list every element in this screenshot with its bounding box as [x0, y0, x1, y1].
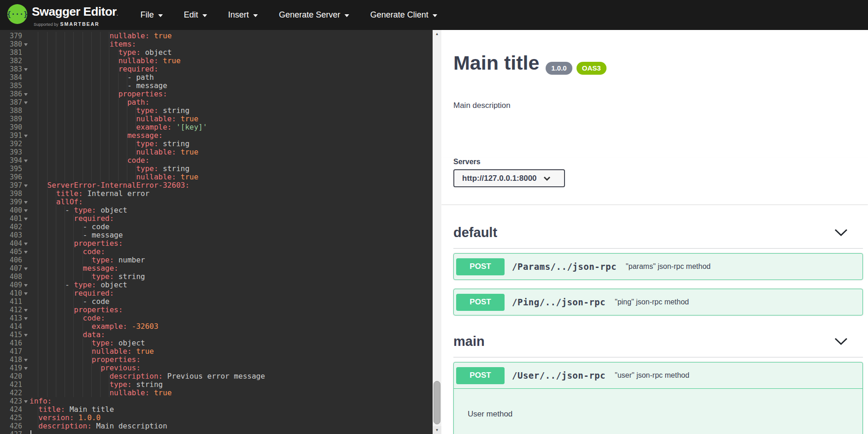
gutter-cell [22, 115, 30, 123]
fold-toggle-icon[interactable] [24, 268, 28, 270]
servers-select[interactable]: http://127.0.0.1:8000 [453, 169, 565, 187]
code-text: path: [30, 98, 433, 107]
logo-braces-glyph: {···} [7, 10, 28, 18]
line-number: 402 [0, 223, 22, 231]
api-title-row: Main title 1.0.0 OAS3 [453, 52, 856, 75]
fold-toggle-icon[interactable] [24, 218, 28, 220]
menu-generate-client[interactable]: Generate Client [360, 0, 448, 30]
fold-toggle-icon[interactable] [24, 93, 28, 96]
tag-section-main: mainPOST/User/../json-rpc"user" json-rpc… [453, 334, 863, 434]
editor-line: 380 items: [0, 40, 433, 48]
editor-line: 385 - message [0, 82, 433, 90]
fold-toggle-icon[interactable] [24, 292, 28, 295]
brand-tagline: Supported bySMARTBEAR [34, 21, 118, 27]
method-badge: POST [456, 367, 505, 384]
fold-toggle-icon[interactable] [24, 359, 28, 362]
fold-toggle-icon[interactable] [24, 251, 28, 254]
opblock-summary[interactable]: POST/Ping/../json-rpc"ping" json-rpc met… [454, 289, 862, 315]
fold-toggle-icon[interactable] [24, 243, 28, 245]
fold-toggle-icon[interactable] [24, 209, 28, 212]
code-text: previous: [30, 364, 433, 372]
line-number: 407 [0, 264, 22, 273]
line-number: 404 [0, 239, 22, 248]
editor-line: 381 type: object [0, 48, 433, 57]
line-number: 384 [0, 73, 22, 82]
line-number: 424 [0, 405, 22, 414]
editor-line: 392 type: string [0, 140, 433, 148]
scrollbar-thumb[interactable] [434, 381, 440, 424]
menu-edit[interactable]: Edit [173, 0, 218, 30]
line-number: 422 [0, 389, 22, 397]
fold-toggle-icon[interactable] [24, 367, 28, 370]
code-text: description: Previous error message [30, 372, 433, 380]
code-text: type: string [30, 140, 433, 148]
opblock-summary[interactable]: POST/Params/../json-rpc"params" json-rpc… [454, 254, 862, 279]
code-text: code: [30, 248, 433, 256]
editor-line: 421 type: string [0, 380, 433, 389]
fold-toggle-icon[interactable] [24, 400, 28, 403]
editor-line: 409 - type: object [0, 281, 433, 289]
menu-file[interactable]: File [130, 0, 173, 30]
editor-line: 399 allOf: [0, 198, 433, 206]
brand-name: Swagger Editor. [32, 5, 118, 21]
tag-header-main[interactable]: main [453, 334, 863, 357]
editor-line: 406 type: number [0, 256, 433, 264]
gutter-cell [22, 48, 30, 57]
gutter-cell [22, 331, 30, 339]
gutter-cell [22, 140, 30, 148]
line-number: 413 [0, 314, 22, 322]
gutter-cell [22, 430, 30, 434]
fold-toggle-icon[interactable] [24, 43, 28, 46]
tag-header-default[interactable]: default [453, 225, 863, 249]
editor-line: 391 message: [0, 131, 433, 140]
code-text: - message [30, 82, 433, 90]
fold-toggle-icon[interactable] [24, 309, 28, 312]
fold-toggle-icon[interactable] [24, 184, 28, 187]
line-number: 416 [0, 339, 22, 347]
opblock--ping-json-rpc[interactable]: POST/Ping/../json-rpc"ping" json-rpc met… [453, 289, 863, 315]
fold-toggle-icon[interactable] [24, 334, 28, 337]
menu-generate-server[interactable]: Generate Server [268, 0, 360, 30]
operation-summary: "ping" json-rpc method [615, 298, 689, 306]
fold-toggle-icon[interactable] [24, 317, 28, 320]
line-number: 420 [0, 372, 22, 380]
code-text: nullable: true [30, 32, 433, 40]
section-chevron-down-icon [834, 338, 848, 345]
menu-insert[interactable]: Insert [218, 0, 268, 30]
gutter-cell [22, 65, 30, 73]
editor-line: 425 version: 1.0.0 [0, 414, 433, 422]
opblock-summary[interactable]: POST/User/../json-rpc"user" json-rpc met… [454, 363, 862, 388]
tag-name: main [453, 334, 485, 349]
editor-scrollbar[interactable]: ▲ ▼ [433, 30, 441, 434]
editor-line: 418 properties: [0, 356, 433, 364]
line-number: 427 [0, 430, 22, 434]
fold-toggle-icon[interactable] [24, 160, 28, 162]
oas3-badge: OAS3 [577, 62, 606, 75]
fold-toggle-icon[interactable] [24, 101, 28, 104]
line-number: 382 [0, 57, 22, 65]
code-text: code: [30, 156, 433, 165]
editor-line: 427 [0, 430, 433, 434]
code-text: nullable: true [30, 115, 433, 123]
yaml-editor[interactable]: 379 nullable: true380 items:381 type: ob… [0, 30, 433, 434]
line-number: 392 [0, 140, 22, 148]
fold-toggle-icon[interactable] [24, 201, 28, 204]
scrollbar-down-icon[interactable]: ▼ [433, 426, 441, 434]
gutter-cell [22, 98, 30, 107]
line-number: 419 [0, 364, 22, 372]
line-number: 381 [0, 48, 22, 57]
code-text: example: -32603 [30, 322, 433, 331]
opblock--params-json-rpc[interactable]: POST/Params/../json-rpc"params" json-rpc… [453, 253, 863, 280]
gutter-cell [22, 32, 30, 40]
operations-sections: defaultPOST/Params/../json-rpc"params" j… [441, 225, 868, 434]
gutter-cell [22, 90, 30, 98]
fold-toggle-icon[interactable] [24, 68, 28, 71]
fold-toggle-icon[interactable] [24, 284, 28, 287]
opblock--user-json-rpc[interactable]: POST/User/../json-rpc"user" json-rpc met… [453, 362, 863, 434]
fold-toggle-icon[interactable] [24, 135, 28, 137]
editor-line: 412 properties: [0, 306, 433, 314]
code-text: required: [30, 65, 433, 73]
scrollbar-up-icon[interactable]: ▲ [433, 30, 441, 38]
swagger-editor-brand[interactable]: {···} Swagger Editor. Supported bySMARTB… [0, 3, 118, 27]
gutter-cell [22, 248, 30, 256]
